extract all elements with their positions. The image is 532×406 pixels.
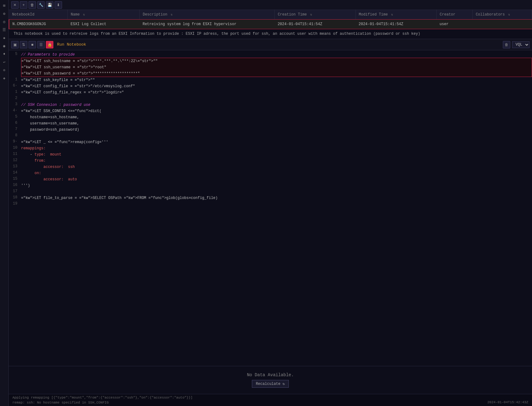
code-line: 7 password=ssh_password) xyxy=(9,127,532,133)
no-data-text: No Data Available. xyxy=(15,372,526,377)
line-content: hostname=ssh_hostname, xyxy=(21,115,532,120)
line-content: password=ssh_password) xyxy=(21,127,532,133)
cell-description: Retreiving system log from ESXI hypervis… xyxy=(140,20,275,29)
line-content: ="kw">LET SSH_CONFIG <=="func">dict( xyxy=(21,108,532,114)
description-text: This notebook is used to retreive logs f… xyxy=(14,32,420,36)
line-number: 10 xyxy=(9,146,21,150)
sort-arrow-collab: ⇅ xyxy=(508,13,510,16)
cell-creation_time: 2024-01-04T15:41:54Z xyxy=(275,20,355,29)
code-line: 10remappings: xyxy=(9,145,532,151)
code-line: 5 hostname=ssh_hostname, xyxy=(9,114,532,120)
notebook-table: NotebookId Name ⇅ Description ⇅ Creation… xyxy=(9,10,532,29)
run-notebook-button[interactable]: Run Notebook xyxy=(55,42,89,47)
close-button[interactable]: ✕ xyxy=(11,1,19,9)
cell-notebookid: N.CMBD3GK6GONJG xyxy=(9,20,68,29)
code-line: ="kw">LET ssh_password = ="str">"*******… xyxy=(21,70,532,77)
col-header-creator[interactable]: Creator xyxy=(436,10,472,20)
col-header-notebookid[interactable]: NotebookId xyxy=(9,10,68,20)
col-header-modified-time[interactable]: Modified Time ⇅ xyxy=(355,10,436,20)
col-header-collaborators[interactable]: Collaborators ⇅ xyxy=(472,10,532,20)
download-button[interactable]: ⬇ xyxy=(55,1,62,9)
lock-button[interactable]: 🔒 xyxy=(46,41,53,48)
line-content: ="kw">LET ssh_keyfile = ="str">"" xyxy=(21,77,532,83)
col-header-name[interactable]: Name ⇅ xyxy=(68,10,140,20)
sidebar-icon-dot[interactable]: ◉ xyxy=(1,43,7,49)
col-header-creation-time[interactable]: Creation Time ⇅ xyxy=(275,10,355,20)
delete-button[interactable]: 🗑 xyxy=(29,1,36,9)
line-content: ="kw">LET config_file = ="str">"/etc/vms… xyxy=(21,83,532,89)
code-line: 9·="kw">LET _ <= ="func">remap(config=''… xyxy=(9,139,532,145)
code-line: 2 xyxy=(9,96,532,102)
language-select[interactable]: VQL xyxy=(512,41,530,48)
description-area: This notebook is used to retreive logs f… xyxy=(9,29,532,39)
sidebar-icon-undo[interactable]: ↩ xyxy=(1,59,7,65)
sidebar-icon-diamond[interactable]: ◈ xyxy=(1,35,7,41)
cell-menu-button[interactable]: ☰ xyxy=(37,41,45,48)
col-header-description[interactable]: Description ⇅ xyxy=(140,10,275,20)
line-content: // Parameters to provide xyxy=(21,52,532,57)
cell-run-button[interactable]: ■ xyxy=(29,41,36,48)
line-number: 4· xyxy=(9,108,21,113)
line-number: 1 xyxy=(9,90,21,94)
code-line: 6·="kw">LET config_file = ="str">"/etc/v… xyxy=(9,83,532,89)
line-content: username=ssh_username, xyxy=(21,121,532,126)
code-line: ="kw">LET ssh_hostname = ="str">"***.***… xyxy=(21,58,532,64)
code-toolbar-right: 🗑 VQL xyxy=(503,41,530,48)
line-content: on: xyxy=(21,170,532,176)
code-line: 18="kw">LET file_to_parse = ="kw">SELECT… xyxy=(9,195,532,201)
sidebar-icon-asterisk[interactable]: ❖ xyxy=(1,75,7,81)
notebook-table-section: NotebookId Name ⇅ Description ⇅ Creation… xyxy=(9,10,532,29)
sidebar: ⊞ ⚙ ◎ ☰ ◈ ◉ ♦ ↩ ⊙ ❖ xyxy=(0,0,9,406)
code-line: 1="kw">LET ssh_keyfile = ="str">"" xyxy=(9,77,532,83)
line-number: 2 xyxy=(9,96,21,100)
sidebar-icon-grid[interactable]: ⊞ xyxy=(1,2,7,9)
settings-button[interactable]: 🔧 xyxy=(37,1,45,9)
cell-move-button[interactable]: ⇅ xyxy=(20,41,27,48)
line-content: accessor: ssh xyxy=(21,164,532,170)
code-line: 16''') xyxy=(9,183,532,189)
line-number: 11 xyxy=(9,152,21,156)
code-line: 5// Parameters to provide xyxy=(9,52,532,58)
line-number: 15 xyxy=(9,177,21,181)
delete-cell-button[interactable]: 🗑 xyxy=(503,41,510,48)
code-line: 19 xyxy=(9,201,532,207)
line-content: - type: mount xyxy=(21,152,532,157)
line-number: 17 xyxy=(9,189,21,193)
line-content: ="kw">LET file_to_parse = ="kw">SELECT O… xyxy=(21,195,532,201)
save-button[interactable]: 💾 xyxy=(46,1,53,9)
code-line: 17 xyxy=(9,189,532,195)
line-number: 8 xyxy=(9,133,21,138)
sidebar-icon-list[interactable]: ☰ xyxy=(1,27,7,33)
no-data-section: No Data Available. Recalculate ↻ xyxy=(9,366,532,394)
param-block: ="kw">LET ssh_hostname = ="str">"***.***… xyxy=(21,58,532,77)
code-line: 6 username=ssh_username, xyxy=(9,120,532,127)
cell-creator: user xyxy=(436,20,472,29)
table-row[interactable]: N.CMBD3GK6GONJGESXI Log CollectRetreivin… xyxy=(9,20,532,29)
add-button[interactable]: + xyxy=(20,1,27,9)
line-number: 18 xyxy=(9,195,21,200)
recalculate-button[interactable]: Recalculate ↻ xyxy=(252,380,289,388)
line-number: 5 xyxy=(9,52,21,56)
line-number: 5 xyxy=(9,115,21,119)
code-line: 14 on: xyxy=(9,170,532,176)
cell-stop-button[interactable]: ▣ xyxy=(11,41,19,48)
code-line: 8 xyxy=(9,133,532,139)
code-line: 13 accessor: ssh xyxy=(9,164,532,170)
status-line-2: remap: ssh: No hostname specified in SSH… xyxy=(12,400,528,405)
line-content: from: xyxy=(21,158,532,164)
line-number: 6· xyxy=(9,83,21,88)
sidebar-icon-gear[interactable]: ⚙ xyxy=(1,11,7,17)
line-number: 14 xyxy=(9,170,21,175)
status-line-1: Applying remapping [{"type":"mount","fro… xyxy=(12,395,528,400)
sidebar-icon-tag[interactable]: ♦ xyxy=(1,51,7,57)
sidebar-icon-ring[interactable]: ⊙ xyxy=(1,67,7,73)
code-toolbar: ▣ ⇅ ■ ☰ 🔒 Run Notebook 🗑 VQL xyxy=(9,39,532,50)
line-content: ''') xyxy=(21,183,532,188)
sidebar-icon-circle[interactable]: ◎ xyxy=(1,19,7,25)
code-editor: 5// Parameters to provide="kw">LET ssh_h… xyxy=(9,50,532,366)
line-number: 9· xyxy=(9,139,21,144)
line-number: 3 xyxy=(9,102,21,106)
line-content: remappings: xyxy=(21,146,532,151)
sort-arrow-creation: ⇅ xyxy=(310,13,312,16)
line-number: 13 xyxy=(9,164,21,169)
